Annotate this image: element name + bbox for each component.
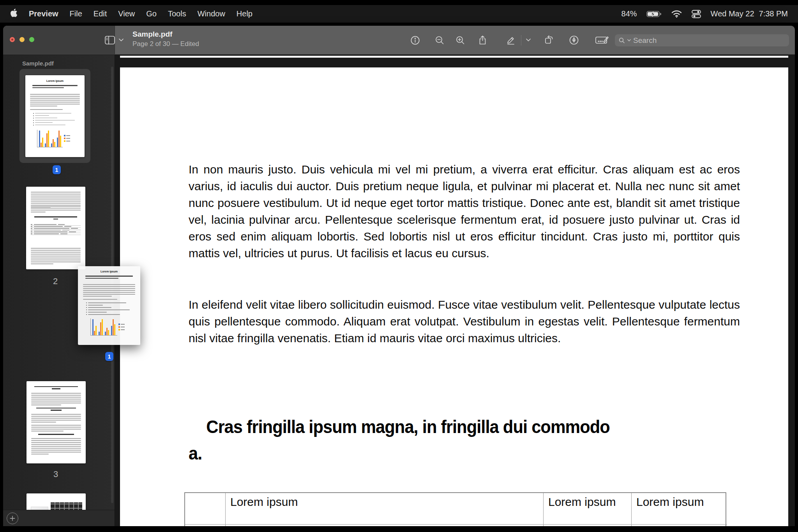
mini-paragraph-lines: [30, 94, 80, 108]
info-button[interactable]: [409, 34, 421, 46]
table-cell: [185, 493, 226, 525]
zoom-in-button[interactable]: [454, 34, 466, 46]
ghost-badge: 1: [105, 352, 113, 361]
mini-paragraph-lines: [31, 393, 81, 407]
battery-percent: 84%: [621, 9, 637, 18]
sidebar-bottom-bar: [3, 510, 115, 526]
mini-paragraph-lines: [31, 414, 81, 424]
mini-chart-legend: [118, 318, 126, 335]
signature-button[interactable]: [595, 34, 609, 46]
toolbar-divider: [521, 35, 521, 46]
mini-chart-plot: [90, 318, 117, 335]
table-cell: [544, 525, 632, 526]
control-center-icon[interactable]: [691, 10, 701, 18]
table-cell: Lorem ipsum: [226, 493, 544, 525]
markup-button[interactable]: [505, 34, 517, 46]
sidebar-chevron-icon[interactable]: [118, 34, 125, 46]
minimize-button[interactable]: [19, 37, 25, 42]
menu-bar: Preview File Edit View Go Tools Window H…: [0, 5, 798, 23]
search-input[interactable]: [633, 36, 785, 45]
window-body: Sample.pdf Lorem ipsum 1: [3, 55, 795, 526]
menu-item-help[interactable]: Help: [237, 9, 252, 18]
table-cell: [632, 525, 727, 526]
traffic-lights: [10, 37, 34, 42]
mini-intro-lines: [85, 276, 133, 280]
menu-time: 7:38 PM: [759, 9, 788, 18]
search-icon: [619, 37, 625, 44]
table-cell: [226, 525, 544, 526]
window-toolbar: Sample.pdf Page 2 of 30 — Edited: [3, 26, 795, 55]
mini-paragraph-lines: [31, 438, 81, 456]
mini-bullet-list: [33, 113, 80, 127]
rotate-button[interactable]: [543, 34, 555, 46]
menu-bar-left: Preview File Edit View Go Tools Window H…: [10, 9, 252, 19]
mini-intro-lines: [32, 85, 78, 89]
table-cell: [185, 525, 226, 526]
mini-paragraph-lines: [31, 425, 81, 433]
thumbnail-page-3[interactable]: [26, 381, 86, 463]
pdf-content-area: In non mauris justo. Duis vehicula mi ve…: [115, 55, 795, 526]
dragged-thumbnail-ghost[interactable]: Lorem ipsum: [78, 266, 140, 345]
page-2-label: 2: [26, 276, 85, 286]
zoom-window-button[interactable]: [29, 37, 34, 42]
menu-item-go[interactable]: Go: [146, 9, 157, 18]
document-paragraph-2: In eleifend velit vitae libero sollicitu…: [189, 296, 740, 346]
sidebar-toggle-button[interactable]: [104, 34, 116, 46]
window-title: Sample.pdf: [132, 30, 199, 39]
table-cell: Lorem ipsum: [632, 493, 727, 525]
thumbnail-page-2[interactable]: [26, 187, 85, 269]
search-chevron-icon: [627, 39, 631, 42]
table-cell: Lorem ipsum: [544, 493, 632, 525]
mini-paragraph-lines: [83, 284, 135, 298]
page-3-label: 3: [26, 469, 85, 479]
page-1-badge: 1: [53, 165, 61, 174]
document-heading-line-1: Cras fringilla ipsum magna, in fringilla…: [189, 414, 740, 440]
add-page-button[interactable]: [7, 513, 18, 524]
share-button[interactable]: [477, 34, 488, 46]
document-table: Lorem ipsum Lorem ipsum Lorem ipsum: [184, 492, 726, 526]
mini-chart-plot: [37, 130, 62, 147]
ghost-page-content: Lorem ipsum: [78, 266, 140, 345]
wifi-icon[interactable]: [671, 10, 682, 18]
close-button[interactable]: [10, 37, 15, 42]
battery-charging-icon[interactable]: [646, 10, 662, 18]
previous-page-edge: [120, 56, 788, 58]
window-title-block: Sample.pdf Page 2 of 30 — Edited: [132, 30, 199, 48]
menu-bar-status: 84% Wed M: [621, 9, 788, 18]
mini-paragraph-lines: [31, 206, 81, 214]
thumbnail-page-2-content: [26, 187, 85, 269]
menu-item-file[interactable]: File: [70, 9, 82, 18]
menu-item-preview[interactable]: Preview: [29, 9, 58, 18]
document-heading-line-2: a.: [189, 440, 740, 467]
apple-icon[interactable]: [10, 9, 18, 19]
search-field[interactable]: [615, 34, 789, 46]
menu-item-edit[interactable]: Edit: [94, 9, 107, 18]
mini-doc-title: Lorem ipsum: [78, 270, 140, 273]
mini-bar-chart: [37, 130, 71, 147]
markup-chevron-button[interactable]: [524, 34, 532, 46]
mini-doc-title: Lorem ipsum: [25, 80, 85, 82]
thumbnail-page-1[interactable]: Lorem ipsum: [25, 75, 85, 157]
draw-button[interactable]: [568, 34, 580, 46]
mini-line: [30, 109, 63, 111]
thumbnail-page-1-content: Lorem ipsum: [25, 75, 85, 157]
zoom-out-button[interactable]: [434, 34, 445, 46]
window-subtitle: Page 2 of 30 — Edited: [132, 40, 199, 48]
menu-item-view[interactable]: View: [118, 9, 135, 18]
mini-bar-chart: [90, 318, 127, 335]
sidebar-document-name: Sample.pdf: [22, 60, 54, 67]
document-heading: Cras fringilla ipsum magna, in fringilla…: [189, 414, 740, 467]
mini-paragraph-lines: [31, 248, 81, 265]
thumbnail-page-3-content: [26, 381, 86, 463]
mini-bullet-list: [86, 302, 135, 316]
pdf-page-2: In non mauris justo. Duis vehicula mi ve…: [120, 67, 788, 526]
document-paragraph-1: In non mauris justo. Duis vehicula mi ve…: [189, 161, 740, 262]
preview-window: Sample.pdf Page 2 of 30 — Edited: [3, 26, 795, 526]
mini-line: [83, 299, 117, 301]
menu-item-window[interactable]: Window: [198, 9, 225, 18]
menu-date: Wed May 22: [711, 9, 754, 18]
mini-table: [31, 224, 81, 244]
mini-chart-legend: [64, 130, 71, 147]
menu-item-tools[interactable]: Tools: [168, 9, 186, 18]
menu-clock[interactable]: Wed May 22 7:38 PM: [711, 9, 788, 18]
